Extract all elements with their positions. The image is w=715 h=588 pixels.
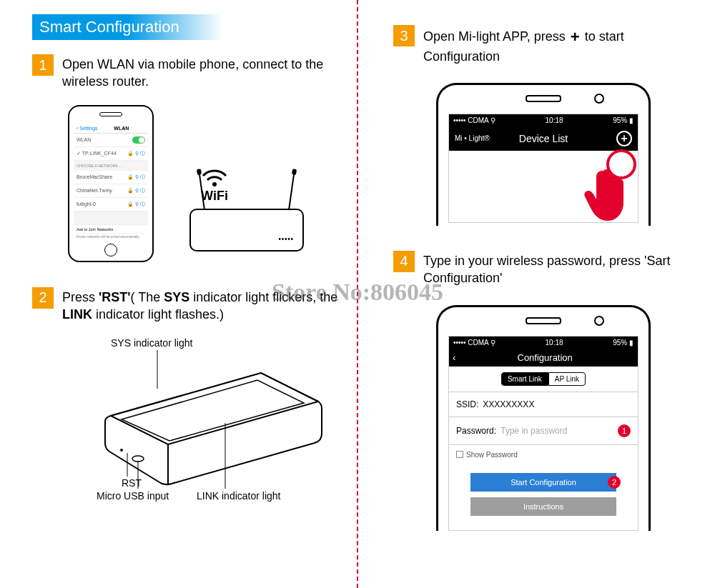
step-3-phone: ••••• CDMA ⚲10:1895% ▮ Mi • Light® Devic… (436, 83, 651, 226)
plus-icon: + (571, 26, 580, 48)
step-1-number: 1 (32, 54, 54, 76)
network-item: ChinaNet-Twmy (77, 188, 112, 193)
step-1-text: Open WLAN via mobile phone, connect to t… (62, 54, 340, 91)
antenna-icon (288, 171, 295, 210)
svg-point-0 (212, 182, 217, 186)
nav-back: ‹ Settings (77, 126, 98, 131)
show-password-checkbox[interactable]: Show Password (449, 444, 638, 464)
step-1: 1 Open WLAN via mobile phone, connect to… (32, 54, 340, 91)
step-2-text: Press 'RST'( The SYS indicator light fli… (62, 287, 340, 324)
column-divider (357, 0, 358, 588)
navbar-title: Device List (519, 133, 568, 144)
wifi-label: WiFi (200, 166, 229, 204)
tab-smart-link[interactable]: Smart Link (501, 372, 548, 386)
network-item: futlight-0 (77, 201, 96, 206)
callout-badge-2: 2 (608, 476, 621, 489)
password-field[interactable]: Password:Type in password 1 (449, 417, 638, 444)
sys-indicator-label: SYS indicator light (111, 337, 192, 349)
status-bar: ••••• CDMA ⚲10:1895% ▮ (449, 114, 638, 126)
ask-join-footer: Ask to Join Networks Known networks will… (74, 224, 148, 241)
ssid-field: SSID:XXXXXXXXX (449, 392, 638, 417)
router-illustration (189, 209, 304, 251)
link-indicator-label: LINK indicator light (197, 490, 281, 502)
step-2: 2 Press 'RST'( The SYS indicator light f… (32, 287, 340, 324)
signal-icon: 🔒 ⚲ ⓘ (127, 150, 145, 157)
svg-point-2 (120, 449, 123, 452)
nav-title: WLAN (114, 126, 129, 131)
network-item: BruceMacShare (77, 174, 112, 179)
step-3-text: Open Mi-light APP, press + to start Conf… (423, 25, 694, 65)
callout-badge-1: 1 (618, 424, 631, 437)
step-3: 3 Open Mi-light APP, press + to start Co… (393, 25, 694, 65)
step-3-number: 3 (393, 25, 415, 46)
status-bar: ••••• CDMA ⚲10:1895% ▮ (449, 337, 638, 349)
instructions-button[interactable]: Instructions (470, 497, 616, 516)
tab-ap-link[interactable]: AP Link (548, 372, 586, 386)
config-title: ‹Configuration (449, 349, 638, 367)
step-4: 4 Type in your wireless password, press … (393, 251, 694, 287)
phone-outline: ‹ Settings WLAN WLAN ✓ TP-LINK_CF44 🔒 ⚲ … (68, 105, 154, 262)
device-box-drawing (54, 337, 340, 502)
wlan-toggle (132, 136, 145, 144)
connected-network: ✓ TP-LINK_CF44 (77, 151, 117, 156)
wlan-screen: ‹ Settings WLAN WLAN ✓ TP-LINK_CF44 🔒 ⚲ … (74, 124, 148, 241)
step-4-number: 4 (393, 251, 415, 272)
step-1-illustration: ‹ Settings WLAN WLAN ✓ TP-LINK_CF44 🔒 ⚲ … (68, 105, 311, 269)
step-4-phone: ••••• CDMA ⚲10:1895% ▮ ‹Configuration Sm… (436, 305, 651, 531)
device-list-navbar: Mi • Light® Device List + (449, 126, 638, 151)
link-mode-tabs[interactable]: Smart Link AP Link (449, 367, 638, 392)
step-2-illustration: SYS indicator light RST Micro USB input … (54, 337, 340, 502)
brand-label: Mi • Light® (455, 134, 490, 142)
rst-label: RST (122, 477, 142, 489)
start-configuration-button[interactable]: Start Configuration 2 (470, 473, 616, 492)
wlan-toggle-label: WLAN (77, 137, 91, 142)
step-4-text: Type in your wireless password, press 'S… (423, 251, 694, 287)
add-device-button[interactable]: + (616, 131, 632, 146)
wifi-icon (200, 166, 229, 187)
choose-network-header: CHOOSE A NETWORK… (74, 161, 148, 171)
step-2-number: 2 (32, 287, 54, 309)
usb-label: Micro USB input (97, 490, 169, 502)
pointing-hand-icon (582, 165, 632, 223)
section-header: Smart Configuration (32, 14, 222, 40)
